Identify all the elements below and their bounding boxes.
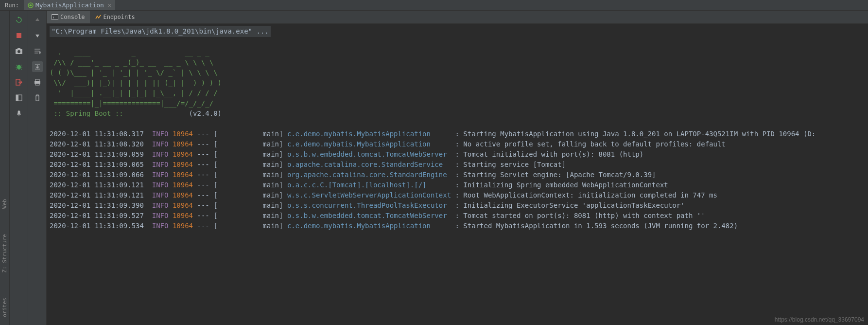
log-line: 2020-12-01 11:31:09.065 INFO 10964 --- [… bbox=[50, 161, 566, 168]
spring-banner: . ____ _ __ _ _ /\\ / ___'_ __ _ _(_)_ _… bbox=[50, 48, 222, 107]
command-line: "C:\Program Files\Java\jdk1.8.0_201\bin\… bbox=[50, 26, 271, 37]
run-config-tab[interactable]: MybatisApplication × bbox=[24, 0, 115, 10]
run-top-bar: Run: MybatisApplication × bbox=[0, 0, 868, 11]
log-line: 2020-12-01 11:31:08.317 INFO 10964 --- [… bbox=[50, 130, 816, 138]
pin-button[interactable] bbox=[14, 108, 24, 119]
spring-boot-label: :: Spring Boot :: bbox=[50, 109, 123, 117]
log-line: 2020-12-01 11:31:09.066 INFO 10964 --- [… bbox=[50, 171, 656, 179]
console-tabs: Console Endpoints bbox=[47, 11, 868, 24]
tab-console[interactable]: Console bbox=[47, 11, 90, 23]
console-area: Console Endpoints "C:\Program Files\Java… bbox=[47, 11, 868, 325]
endpoints-icon bbox=[95, 14, 102, 20]
soft-wrap-button[interactable] bbox=[32, 46, 43, 56]
svg-rect-13 bbox=[52, 15, 58, 19]
svg-rect-8 bbox=[16, 95, 18, 101]
exit-button[interactable] bbox=[14, 77, 24, 88]
svg-point-4 bbox=[17, 50, 20, 53]
svg-rect-1 bbox=[17, 33, 21, 38]
main-area: Web Z: Structure orites bbox=[0, 11, 868, 325]
scroll-to-end-button[interactable] bbox=[32, 61, 43, 72]
sidebar-tab-web[interactable]: Web bbox=[1, 196, 8, 212]
down-arrow-button[interactable] bbox=[32, 30, 43, 41]
svg-rect-3 bbox=[17, 48, 20, 50]
bug-button[interactable] bbox=[14, 61, 24, 72]
run-toolbar-primary bbox=[10, 11, 28, 325]
run-label: Run: bbox=[0, 2, 24, 9]
print-button[interactable] bbox=[32, 77, 43, 88]
spring-icon bbox=[28, 2, 34, 8]
console-icon bbox=[52, 14, 58, 20]
stop-button[interactable] bbox=[14, 30, 24, 41]
tab-console-label: Console bbox=[60, 14, 85, 20]
console-output[interactable]: "C:\Program Files\Java\jdk1.8.0_201\bin\… bbox=[47, 24, 868, 325]
run-config-name: MybatisApplication bbox=[35, 1, 104, 9]
tab-endpoints[interactable]: Endpoints bbox=[90, 11, 140, 23]
log-line: 2020-12-01 11:31:09.390 INFO 10964 --- [… bbox=[50, 201, 685, 209]
sidebar-tab-structure[interactable]: Z: Structure bbox=[1, 231, 8, 275]
log-line: 2020-12-01 11:31:09.059 INFO 10964 --- [… bbox=[50, 150, 643, 158]
log-line: 2020-12-01 11:31:09.121 INFO 10964 --- [… bbox=[50, 191, 717, 199]
close-icon[interactable]: × bbox=[108, 2, 111, 9]
log-line: 2020-12-01 11:31:09.527 INFO 10964 --- [… bbox=[50, 212, 705, 219]
spring-version: (v2.4.0) bbox=[123, 109, 222, 117]
watermark: https://blog.csdn.net/qq_33697094 bbox=[775, 316, 864, 323]
tab-endpoints-label: Endpoints bbox=[104, 14, 135, 20]
svg-rect-9 bbox=[35, 79, 39, 81]
sidebar-tab-favorites[interactable]: orites bbox=[1, 295, 8, 320]
svg-point-5 bbox=[17, 65, 21, 70]
log-line: 2020-12-01 11:31:09.121 INFO 10964 --- [… bbox=[50, 181, 668, 189]
layout-button[interactable] bbox=[14, 92, 24, 103]
log-line: 2020-12-01 11:31:09.534 INFO 10964 --- [… bbox=[50, 222, 738, 230]
camera-button[interactable] bbox=[14, 46, 24, 56]
run-toolbar-secondary bbox=[28, 11, 47, 325]
log-line: 2020-12-01 11:31:08.320 INFO 10964 --- [… bbox=[50, 140, 726, 148]
trash-button[interactable] bbox=[32, 92, 43, 103]
up-arrow-button[interactable] bbox=[32, 15, 43, 25]
rerun-button[interactable] bbox=[14, 15, 24, 25]
left-sidebar: Web Z: Structure orites bbox=[0, 11, 10, 325]
